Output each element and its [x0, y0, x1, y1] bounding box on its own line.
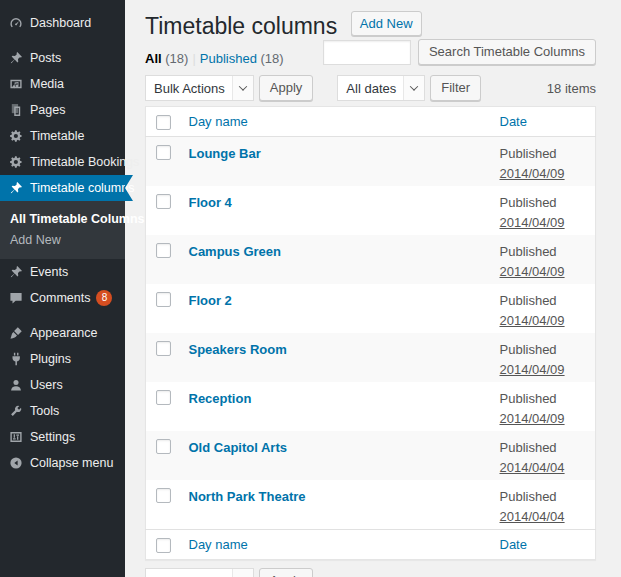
sidebar-item-label: Appearance [30, 324, 97, 342]
sidebar-item-tools[interactable]: Tools [0, 398, 125, 424]
apply-button-bottom[interactable]: Apply [259, 568, 314, 577]
row-date: 2014/04/04 [500, 509, 586, 525]
column-header-date[interactable]: Date [500, 114, 527, 129]
admin-menu: Dashboard Posts Media Pages [0, 0, 125, 476]
pages-icon [8, 103, 23, 118]
table-row: North Park Theatre Published2014/04/04 [146, 480, 596, 530]
bulk-actions-selected-value: Bulk Actions [154, 574, 225, 577]
table-row: Old Capitol Arts Published2014/04/04 [146, 431, 596, 480]
row-date: 2014/04/09 [500, 166, 586, 182]
row-title-link[interactable]: Old Capitol Arts [189, 440, 287, 455]
view-published-label: Published [200, 51, 257, 66]
sidebar-item-label: Timetable [30, 127, 84, 145]
sidebar-item-label: Comments [30, 289, 90, 307]
row-checkbox[interactable] [156, 390, 171, 405]
sidebar-item-comments[interactable]: Comments 8 [0, 285, 125, 311]
menu-separator [0, 311, 125, 320]
row-checkbox[interactable] [156, 145, 171, 160]
wrench-icon [8, 404, 23, 419]
sidebar-item-timetable-columns[interactable]: Timetable columns [0, 175, 125, 201]
collapse-arrow-icon [8, 456, 23, 471]
page-title: Timetable columns [145, 9, 337, 45]
row-title-link[interactable]: Campus Green [189, 244, 281, 259]
table-footer: Day name Date [146, 530, 596, 560]
row-checkbox[interactable] [156, 292, 171, 307]
view-all-label: All [145, 51, 162, 66]
sidebar-item-label: Events [30, 263, 68, 281]
submenu-item-add-new[interactable]: Add New [0, 230, 125, 251]
sidebar-item-collapse-menu[interactable]: Collapse menu [0, 450, 125, 476]
row-date: 2014/04/09 [500, 215, 586, 231]
sidebar-item-media[interactable]: Media [0, 71, 125, 97]
submenu-item-all-timetable-columns[interactable]: All Timetable Columns [0, 209, 125, 230]
sidebar-item-label: Users [30, 376, 63, 394]
apply-button[interactable]: Apply [259, 75, 314, 101]
brush-icon [8, 326, 23, 341]
sidebar-item-timetable[interactable]: Timetable [0, 123, 125, 149]
sidebar-item-label: Media [30, 75, 64, 93]
comment-icon [8, 291, 23, 306]
sidebar-item-label: Timetable Bookings [30, 153, 139, 171]
sidebar-item-timetable-bookings[interactable]: Timetable Bookings [0, 149, 125, 175]
view-published-link[interactable]: Published (18) [200, 51, 284, 66]
row-title-link[interactable]: Floor 2 [189, 293, 232, 308]
sidebar-item-dashboard[interactable]: Dashboard [0, 10, 125, 36]
row-status: Published [500, 391, 586, 407]
bulk-actions-select-bottom[interactable]: Bulk Actions [145, 568, 254, 577]
row-title-link[interactable]: Reception [189, 391, 252, 406]
row-status: Published [500, 244, 586, 260]
column-header-day-name[interactable]: Day name [189, 114, 248, 129]
sidebar-item-plugins[interactable]: Plugins [0, 346, 125, 372]
bulk-actions-select[interactable]: Bulk Actions [145, 75, 254, 101]
row-status: Published [500, 195, 586, 211]
search-input[interactable] [323, 40, 411, 65]
row-status: Published [500, 146, 586, 162]
add-new-button[interactable]: Add New [351, 11, 422, 36]
row-checkbox[interactable] [156, 194, 171, 209]
sidebar-item-events[interactable]: Events [0, 259, 125, 285]
sliders-icon [8, 430, 23, 445]
table-row: Floor 4 Published2014/04/09 [146, 186, 596, 235]
row-title-link[interactable]: Lounge Bar [189, 146, 261, 161]
pushpin-icon [8, 51, 23, 66]
sidebar-item-posts[interactable]: Posts [0, 45, 125, 71]
sidebar-item-appearance[interactable]: Appearance [0, 320, 125, 346]
row-status: Published [500, 440, 586, 456]
plug-icon [8, 352, 23, 367]
row-checkbox[interactable] [156, 341, 171, 356]
sidebar-item-settings[interactable]: Settings [0, 424, 125, 450]
sidebar-item-label: Pages [30, 101, 65, 119]
sidebar-item-pages[interactable]: Pages [0, 97, 125, 123]
chevron-down-icon [232, 569, 253, 577]
menu-separator [0, 36, 125, 45]
row-status: Published [500, 342, 586, 358]
tablenav-top: Bulk Actions Apply All dates Filter 18 i… [145, 75, 596, 101]
filter-button[interactable]: Filter [430, 75, 481, 101]
view-all-link[interactable]: All (18) [145, 51, 188, 66]
view-all-count: (18) [165, 51, 188, 66]
search-button[interactable]: Search Timetable Columns [418, 39, 596, 65]
row-checkbox[interactable] [156, 488, 171, 503]
all-dates-select[interactable]: All dates [337, 75, 425, 101]
row-date: 2014/04/04 [500, 460, 586, 476]
select-all-checkbox[interactable] [156, 538, 171, 553]
bulk-actions-selected-value: Bulk Actions [154, 81, 225, 96]
column-footer-day-name[interactable]: Day name [189, 537, 248, 552]
row-title-link[interactable]: Floor 4 [189, 195, 232, 210]
select-all-checkbox[interactable] [156, 115, 171, 130]
row-status: Published [500, 489, 586, 505]
items-count: 18 items [547, 81, 596, 96]
wordpress-admin: Dashboard Posts Media Pages [0, 0, 621, 577]
chevron-down-icon [232, 76, 253, 100]
row-checkbox[interactable] [156, 243, 171, 258]
row-checkbox[interactable] [156, 439, 171, 454]
column-footer-date[interactable]: Date [500, 537, 527, 552]
row-title-link[interactable]: Speakers Room [189, 342, 287, 357]
admin-sidebar: Dashboard Posts Media Pages [0, 0, 125, 577]
sidebar-item-users[interactable]: Users [0, 372, 125, 398]
row-title-link[interactable]: North Park Theatre [189, 489, 306, 504]
dashboard-icon [8, 16, 23, 31]
table-row: Speakers Room Published2014/04/09 [146, 333, 596, 382]
sidebar-item-label: Dashboard [30, 14, 91, 32]
sidebar-item-label: Posts [30, 49, 61, 67]
